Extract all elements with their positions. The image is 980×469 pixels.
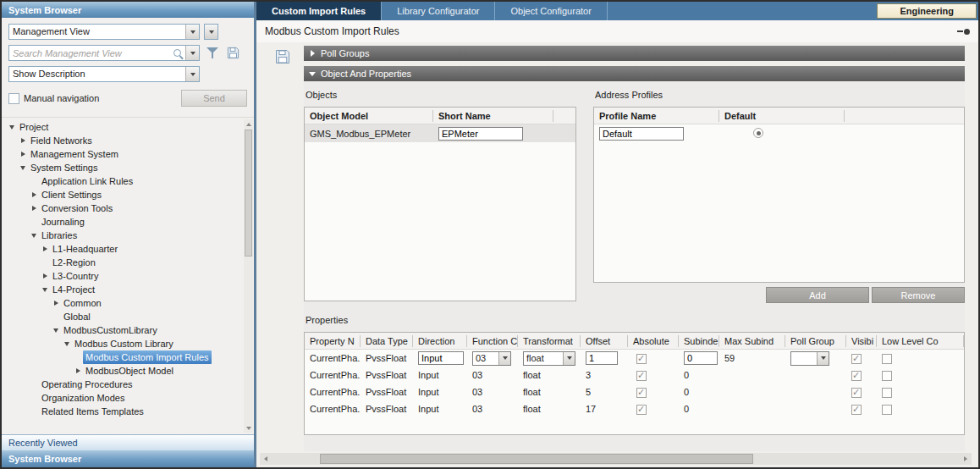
visibility-checkbox[interactable] — [851, 405, 862, 415]
default-profile-radio[interactable] — [753, 128, 763, 138]
column-header-absolute[interactable]: Absolute — [628, 335, 679, 347]
system-browser-bottom-bar[interactable]: System Browser — [2, 450, 254, 467]
tab-library-configurator[interactable]: Library Configurator — [382, 2, 495, 20]
expand-arrow-icon[interactable] — [7, 125, 17, 130]
column-header-offset[interactable]: Offset — [581, 335, 628, 347]
absolute-checkbox[interactable] — [636, 388, 647, 398]
short-name-input[interactable] — [438, 127, 523, 141]
scroll-up-icon[interactable] — [244, 119, 253, 129]
low-level-checkbox[interactable] — [882, 354, 892, 364]
add-button[interactable]: Add — [766, 287, 869, 303]
tree-item[interactable]: Global — [3, 310, 242, 323]
tree-item[interactable]: L3-Country — [3, 269, 242, 283]
save-search-icon[interactable] — [225, 46, 240, 61]
view-options-dropdown-button[interactable] — [204, 24, 218, 40]
column-header-subindex[interactable]: Subinde — [679, 335, 719, 347]
absolute-checkbox[interactable] — [636, 354, 647, 364]
scroll-right-icon[interactable] — [960, 453, 972, 465]
tree-item[interactable]: L1-Headquarter — [3, 242, 242, 256]
expand-arrow-icon[interactable] — [29, 234, 39, 238]
search-input[interactable] — [9, 46, 172, 60]
expand-arrow-icon[interactable] — [18, 166, 28, 170]
tree-item[interactable]: Operating Procedures — [3, 378, 242, 391]
property-row[interactable]: CurrentPha... PvssFloat 03 float — [305, 350, 964, 367]
remove-button[interactable]: Remove — [872, 287, 965, 303]
expand-arrow-icon[interactable] — [51, 328, 61, 333]
property-row[interactable]: CurrentPha... PvssFloat Input 03 float 5… — [305, 383, 964, 400]
chevron-down-icon[interactable] — [563, 352, 575, 365]
scroll-left-icon[interactable] — [260, 453, 272, 465]
tree-item[interactable]: Organization Modes — [3, 391, 242, 405]
manual-navigation-checkbox[interactable] — [8, 93, 19, 104]
transformation-dropdown[interactable]: float — [523, 351, 575, 366]
scroll-down-icon[interactable] — [244, 423, 253, 433]
save-button[interactable] — [275, 56, 290, 66]
view-selector[interactable]: Management View — [8, 24, 200, 40]
property-row[interactable]: CurrentPha... PvssFloat Input 03 float 1… — [305, 400, 964, 417]
poll-group-dropdown[interactable] — [790, 351, 829, 366]
profile-name-input[interactable] — [599, 127, 684, 141]
send-button[interactable]: Send — [181, 90, 247, 107]
filter-icon[interactable] — [205, 46, 220, 61]
tree-item-modbus-custom-import-rules[interactable]: Modbus Custom Import Rules — [3, 350, 242, 364]
column-header-poll-group[interactable]: Poll Group — [785, 335, 846, 347]
profile-row[interactable] — [594, 124, 964, 142]
expand-arrow-icon[interactable] — [40, 288, 50, 292]
tree-item[interactable]: L4-Project — [3, 283, 242, 296]
tree-item[interactable]: System Settings — [3, 161, 242, 174]
description-selector[interactable]: Show Description — [8, 66, 200, 82]
expand-arrow-icon[interactable] — [51, 301, 61, 306]
offset-input[interactable] — [586, 351, 618, 365]
absolute-checkbox[interactable] — [636, 405, 647, 415]
expand-arrow-icon[interactable] — [29, 192, 39, 197]
column-header-max-subindex[interactable]: Max Subind — [719, 335, 785, 347]
horizontal-scrollbar[interactable] — [260, 453, 972, 465]
tab-custom-import-rules[interactable]: Custom Import Rules — [256, 2, 382, 20]
tree-item[interactable]: ModbusCustomLibrary — [3, 323, 242, 337]
low-level-checkbox[interactable] — [882, 405, 892, 415]
visibility-checkbox[interactable] — [851, 354, 862, 364]
recently-viewed-bar[interactable]: Recently Viewed — [2, 434, 254, 450]
expand-arrow-icon[interactable] — [18, 152, 28, 157]
expand-arrow-icon[interactable] — [40, 246, 50, 251]
low-level-checkbox[interactable] — [882, 388, 892, 398]
tree-item[interactable]: Client Settings — [3, 188, 242, 201]
absolute-checkbox[interactable] — [636, 371, 647, 381]
direction-input[interactable] — [418, 351, 464, 365]
low-level-checkbox[interactable] — [882, 371, 892, 381]
chevron-down-icon[interactable] — [185, 46, 199, 60]
tab-object-configurator[interactable]: Object Configurator — [495, 2, 607, 20]
section-poll-groups[interactable]: Poll Groups — [304, 46, 965, 61]
visibility-checkbox[interactable] — [851, 388, 862, 398]
column-header-object-model[interactable]: Object Model — [305, 110, 433, 122]
engineering-mode-button[interactable]: Engineering — [877, 3, 977, 19]
column-header-visibility[interactable]: Visibi — [846, 335, 877, 347]
chevron-down-icon[interactable] — [817, 352, 829, 365]
column-header-function-code[interactable]: Function C — [467, 335, 518, 347]
column-header-default[interactable]: Default — [719, 110, 845, 122]
tree-item[interactable]: ModbusObject Model — [3, 364, 242, 378]
chevron-down-icon[interactable] — [498, 352, 510, 365]
section-object-and-properties[interactable]: Object And Properties — [304, 66, 965, 81]
chevron-down-icon[interactable] — [185, 67, 199, 81]
tree-scrollbar[interactable] — [244, 119, 253, 433]
expand-arrow-icon[interactable] — [62, 342, 72, 346]
column-header-direction[interactable]: Direction — [413, 335, 467, 347]
tree-item[interactable]: L2-Region — [3, 256, 242, 269]
column-header-short-name[interactable]: Short Name — [433, 110, 553, 122]
property-row[interactable]: CurrentPha... PvssFloat Input 03 float 3… — [305, 367, 964, 383]
expand-arrow-icon[interactable] — [29, 206, 39, 211]
pin-icon[interactable] — [957, 29, 970, 35]
subindex-input[interactable] — [684, 351, 718, 365]
object-row[interactable]: GMS_Modbus_EPMeter — [305, 124, 575, 142]
tree-item[interactable]: Management System — [3, 147, 242, 161]
column-header-low-level[interactable]: Low Level Co — [877, 335, 964, 347]
column-header-transformation[interactable]: Transformat — [518, 335, 581, 347]
tree-item[interactable]: Field Networks — [3, 134, 242, 147]
tree-item[interactable]: Libraries — [3, 229, 242, 242]
tree-item[interactable]: Modbus Custom Library — [3, 337, 242, 350]
visibility-checkbox[interactable] — [851, 371, 862, 381]
scrollbar-thumb[interactable] — [320, 454, 753, 464]
column-header-profile-name[interactable]: Profile Name — [594, 110, 719, 122]
tree-item[interactable]: Project — [3, 120, 242, 134]
